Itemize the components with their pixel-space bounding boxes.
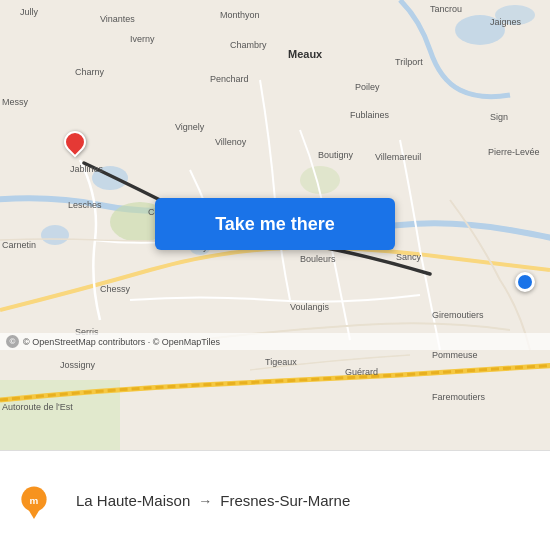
bottom-bar: m La Haute-Maison → Fresnes-Sur-Marne [0, 450, 550, 550]
map-container: Jully Vinantes Monthyon Tancrou Jaignes … [0, 0, 550, 450]
svg-text:Tigeaux: Tigeaux [265, 357, 297, 367]
svg-text:Boutigny: Boutigny [318, 150, 354, 160]
svg-text:Faremoutiers: Faremoutiers [432, 392, 486, 402]
destination-marker [515, 272, 535, 292]
svg-text:Bouleurs: Bouleurs [300, 254, 336, 264]
svg-text:Pommeuse: Pommeuse [432, 350, 478, 360]
credit-icon: © [6, 335, 19, 348]
svg-text:Jossigny: Jossigny [60, 360, 96, 370]
svg-text:Chambry: Chambry [230, 40, 267, 50]
svg-text:Vignely: Vignely [175, 122, 205, 132]
moovit-logo: m [16, 483, 60, 519]
svg-text:Penchard: Penchard [210, 74, 249, 84]
svg-text:Lesches: Lesches [68, 200, 102, 210]
svg-text:Monthyon: Monthyon [220, 10, 260, 20]
route-from-to: La Haute-Maison → Fresnes-Sur-Marne [76, 492, 534, 509]
svg-text:m: m [30, 494, 39, 505]
svg-text:Vinantes: Vinantes [100, 14, 135, 24]
svg-text:Messy: Messy [2, 97, 29, 107]
svg-point-2 [41, 225, 69, 245]
svg-text:Chessy: Chessy [100, 284, 131, 294]
credit-text: © OpenStreetMap contributors · © OpenMap… [23, 337, 220, 347]
moovit-icon-svg: m [16, 483, 52, 519]
svg-text:Voulangis: Voulangis [290, 302, 330, 312]
svg-text:Giremoutiers: Giremoutiers [432, 310, 484, 320]
svg-text:Sancy: Sancy [396, 252, 422, 262]
svg-text:Jaignes: Jaignes [490, 17, 522, 27]
take-me-there-button[interactable]: Take me there [155, 198, 395, 250]
svg-text:Jully: Jully [20, 7, 39, 17]
route-from: La Haute-Maison [76, 492, 190, 509]
svg-text:Trilport: Trilport [395, 57, 423, 67]
svg-text:Villemareuil: Villemareuil [375, 152, 421, 162]
svg-text:Iverny: Iverny [130, 34, 155, 44]
svg-text:Fublaines: Fublaines [350, 110, 390, 120]
svg-text:Sign: Sign [490, 112, 508, 122]
route-to: Fresnes-Sur-Marne [220, 492, 350, 509]
route-arrow: → [198, 493, 212, 509]
svg-text:Villenoy: Villenoy [215, 137, 247, 147]
svg-text:Pierre-Levée: Pierre-Levée [488, 147, 540, 157]
svg-text:Tancrou: Tancrou [430, 4, 462, 14]
route-info: La Haute-Maison → Fresnes-Sur-Marne [76, 492, 534, 509]
map-credit: © © OpenStreetMap contributors · © OpenM… [0, 333, 550, 350]
svg-text:Meaux: Meaux [288, 48, 323, 60]
svg-text:Poiley: Poiley [355, 82, 380, 92]
svg-marker-50 [29, 510, 40, 519]
svg-text:Autoroute de l'Est: Autoroute de l'Est [2, 402, 73, 412]
svg-text:Guérard: Guérard [345, 367, 378, 377]
svg-text:Jablines: Jablines [70, 164, 104, 174]
svg-text:Charny: Charny [75, 67, 105, 77]
svg-text:Carnetin: Carnetin [2, 240, 36, 250]
